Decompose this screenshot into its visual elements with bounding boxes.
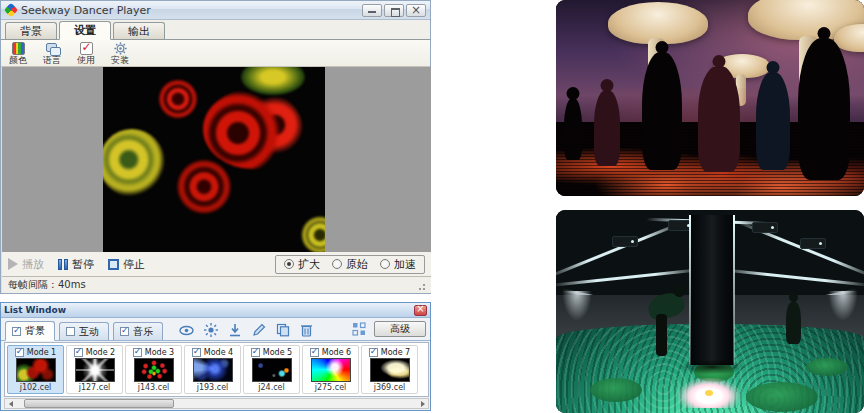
edit-icon[interactable] (252, 323, 266, 337)
lotus-flower (678, 378, 740, 408)
close-button[interactable] (406, 4, 426, 17)
tab-output[interactable]: 输出 (113, 22, 165, 39)
radio-accelerate[interactable]: 加速 (380, 257, 416, 272)
scroll-left-arrow[interactable] (5, 399, 16, 408)
red-swirl-large (203, 89, 303, 169)
player-toolbar: 颜色 语言 使用 安装 (1, 40, 430, 67)
mode-card-3[interactable]: Mode 3 j143.cel (125, 345, 182, 394)
mode-thumbnail (16, 358, 56, 382)
checkbox-icon[interactable] (74, 348, 83, 357)
list-titlebar: List Window (1, 303, 430, 318)
app-icon (4, 3, 18, 17)
effect-canvas (103, 67, 325, 252)
scroll-right-arrow[interactable] (417, 399, 428, 408)
person-silhouette (756, 72, 790, 170)
checkbox-icon[interactable] (12, 327, 21, 336)
language-button[interactable]: 语言 (39, 42, 65, 65)
photo-led-floor-mushroom-room (556, 0, 864, 196)
mode-thumbnail (311, 358, 351, 382)
scroll-track[interactable] (16, 399, 417, 408)
stop-button[interactable]: 停止 (108, 257, 145, 272)
mode-list: Mode 1 j102.cel Mode 2 j127.cel Mode 3 j… (4, 342, 429, 397)
lily-pad (590, 378, 642, 402)
person-silhouette (698, 66, 740, 172)
delete-icon[interactable] (300, 323, 313, 337)
projector (612, 236, 638, 247)
radio-icon (332, 259, 342, 269)
mode-card-5[interactable]: Mode 5 j24.cel (243, 345, 300, 394)
checkbox-icon[interactable] (66, 327, 75, 336)
pause-icon (58, 259, 68, 270)
radio-icon (284, 259, 294, 269)
yellow-ring-corner (301, 215, 325, 252)
stop-icon (108, 259, 119, 270)
enable-check-icon (80, 42, 93, 55)
lily-pad (746, 382, 818, 412)
red-swirl-bottom (175, 159, 233, 225)
list-close-button[interactable] (414, 305, 427, 316)
advanced-button[interactable]: 高级 (374, 321, 426, 337)
mode-card-4[interactable]: Mode 4 j193.cel (184, 345, 241, 394)
install-button[interactable]: 安装 (107, 42, 133, 65)
list-tab-music[interactable]: 音乐 (113, 322, 163, 340)
radio-original[interactable]: 原始 (332, 257, 368, 272)
checkbox-icon[interactable] (192, 348, 201, 357)
central-pillar (690, 215, 734, 365)
yellow-green-blob-left (103, 129, 165, 197)
tab-settings[interactable]: 设置 (59, 21, 111, 40)
brightness-icon[interactable] (204, 323, 218, 337)
copy-icon[interactable] (276, 323, 290, 337)
resize-grip[interactable] (416, 281, 425, 290)
tab-background[interactable]: 背景 (5, 22, 57, 39)
list-toolbar (179, 323, 313, 337)
list-tab-background[interactable]: 背景 (5, 321, 55, 341)
status-bar: 每帧间隔：40ms (2, 276, 431, 293)
download-icon[interactable] (228, 323, 242, 337)
mode-card-7[interactable]: Mode 7 j369.cel (361, 345, 418, 394)
pillar-shadow (680, 360, 744, 374)
wall-downlight (828, 291, 858, 321)
wall-downlight (562, 291, 592, 321)
checkbox-icon[interactable] (120, 327, 129, 336)
pause-button[interactable]: 暂停 (58, 257, 94, 272)
mode-card-6[interactable]: Mode 6 j275.cel (302, 345, 359, 394)
maximize-button[interactable] (384, 4, 404, 17)
photo-interactive-pond-room (556, 210, 864, 413)
minimize-button[interactable] (362, 4, 382, 17)
list-window: List Window 背景 互动 音乐 (0, 302, 431, 411)
list-tab-interactive[interactable]: 互动 (59, 322, 109, 340)
lily-pad (806, 358, 848, 376)
color-button[interactable]: 颜色 (5, 42, 31, 65)
player-titlebar: Seekway Dancer Player (1, 1, 430, 20)
player-tabstrip: 背景 设置 输出 (1, 20, 430, 40)
play-button[interactable]: 播放 (8, 257, 44, 272)
checkbox-icon[interactable] (251, 348, 260, 357)
play-icon (8, 258, 18, 270)
radio-icon (380, 259, 390, 269)
palette-icon (12, 42, 25, 55)
projector (752, 222, 778, 233)
checkbox-icon[interactable] (133, 348, 142, 357)
mode-card-2[interactable]: Mode 2 j127.cel (66, 345, 123, 394)
person-standing (786, 302, 801, 344)
checkbox-icon[interactable] (15, 348, 24, 357)
checkbox-icon[interactable] (369, 348, 378, 357)
checkbox-icon[interactable] (310, 348, 319, 357)
window-title: Seekway Dancer Player (21, 4, 362, 17)
person-silhouette (798, 38, 850, 180)
person-silhouette (642, 52, 682, 170)
radio-enlarge[interactable]: 扩大 (284, 257, 320, 272)
playback-controls: 播放 暂停 停止 扩大 原始 加速 (2, 252, 431, 276)
scroll-thumb[interactable] (24, 399, 174, 408)
usage-button[interactable]: 使用 (73, 42, 99, 65)
view-mode-group: 扩大 原始 加速 (275, 255, 425, 274)
horizontal-scrollbar[interactable] (4, 398, 429, 409)
player-window: Seekway Dancer Player 背景 设置 输出 颜色 语言 使用 (0, 0, 431, 294)
arrange-icon[interactable] (352, 322, 366, 336)
person-silhouette (564, 98, 582, 160)
person-head (674, 286, 685, 297)
eye-icon[interactable] (179, 324, 194, 337)
red-swirl-small (155, 75, 201, 123)
mode-card-1[interactable]: Mode 1 j102.cel (7, 345, 64, 394)
person-legs (656, 314, 667, 356)
